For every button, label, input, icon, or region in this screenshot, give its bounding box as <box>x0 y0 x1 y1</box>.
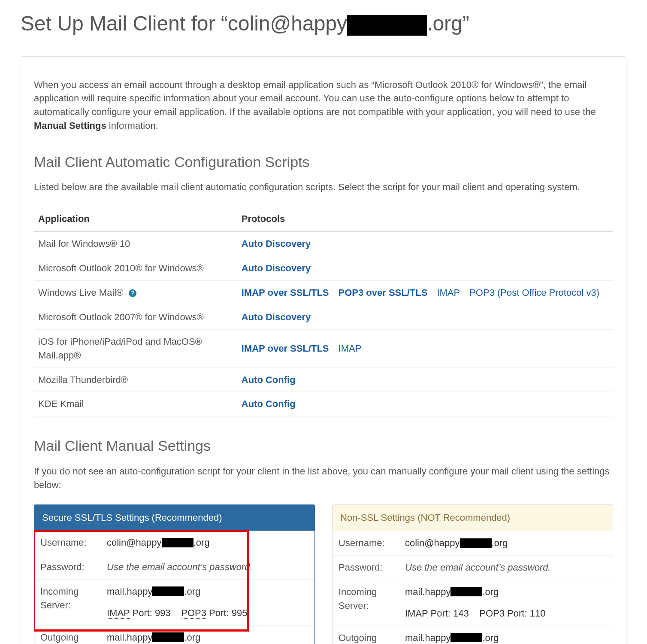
app-cell: iOS for iPhone/iPad/iPod and MacOS® Mail… <box>34 329 237 368</box>
secure-outgoing-value: mail.happy.org SMTP Port: 465 <box>107 631 308 644</box>
port-label: Port: <box>431 608 450 619</box>
content-panel: When you access an email account through… <box>21 56 626 644</box>
nonssl-username-suffix: .org <box>492 538 508 548</box>
secure-password-row: Password: Use the email account’s passwo… <box>34 555 314 580</box>
app-cell: Mozilla Thunderbird® <box>34 368 237 392</box>
label-incoming: Incoming Server: <box>40 585 107 620</box>
secure-header: Secure SSL/TLS Settings (Recommended) <box>34 505 314 531</box>
nonssl-incoming-row: Incoming Server: mail.happy.org IMAP Por… <box>333 580 613 626</box>
nonssl-out-server-suffix: .org <box>482 632 499 643</box>
nonssl-username-prefix: colin@happy <box>405 538 460 548</box>
pop3-label: POP3 <box>479 608 505 619</box>
table-row: Microsoft Outlook 2007® for Windows®Auto… <box>34 305 613 329</box>
protocol-link[interactable]: Auto Config <box>242 374 296 385</box>
redact-box <box>347 15 427 36</box>
manual-settings-sub: If you do not see an auto-configuration … <box>34 465 613 492</box>
protocol-link[interactable]: IMAP <box>339 343 362 354</box>
th-protocols: Protocols <box>237 207 613 231</box>
nonssl-header: Non-SSL Settings (NOT Recommended) <box>333 505 613 531</box>
intro-bold: Manual Settings <box>34 120 106 131</box>
label-outgoing: Outgoing Server: <box>339 631 405 644</box>
protocol-link[interactable]: Auto Discovery <box>242 312 311 322</box>
label-outgoing: Outgoing Server: <box>40 631 107 644</box>
protocols-cell: IMAP over SSL/TLSPOP3 over SSL/TLSIMAPPO… <box>237 281 613 305</box>
protocol-link[interactable]: POP3 over SSL/TLS <box>339 287 428 298</box>
password-note: Use the email account’s password. <box>405 562 551 573</box>
auto-config-heading: Mail Client Automatic Configuration Scri… <box>34 152 613 173</box>
nonssl-password-row: Password: Use the email account’s passwo… <box>333 556 613 580</box>
secure-incoming-value: mail.happy.org IMAP Port: 993 POP3 Port:… <box>107 585 308 620</box>
app-cell: KDE Kmail <box>34 392 237 416</box>
app-cell: Microsoft Outlook 2007® for Windows® <box>34 305 237 329</box>
protocol-link[interactable]: IMAP over SSL/TLS <box>242 287 329 298</box>
nonssl-imap-port: 143 <box>453 608 469 619</box>
scripts-table: Application Protocols Mail for Windows® … <box>34 207 613 416</box>
page-title-suffix: .org” <box>427 12 469 35</box>
secure-header-prefix: Secure <box>42 512 75 523</box>
nonssl-settings-panel: Non-SSL Settings (NOT Recommended) Usern… <box>332 504 613 644</box>
redact-box <box>162 538 193 547</box>
protocol-link[interactable]: Auto Discovery <box>242 263 311 273</box>
nonssl-username-row: Username: colin@happy.org <box>333 531 613 556</box>
nonssl-pop3-port: 110 <box>530 608 546 619</box>
protocol-link[interactable]: Auto Config <box>242 398 296 409</box>
settings-row: Secure SSL/TLS Settings (Recommended) Us… <box>34 504 613 644</box>
table-row: Mozilla Thunderbird®Auto Config <box>34 368 613 392</box>
label-incoming: Incoming Server: <box>339 585 405 620</box>
page-title: Set Up Mail Client for “colin@happy.org” <box>21 9 626 39</box>
redact-box <box>152 632 184 642</box>
help-icon[interactable] <box>129 289 136 297</box>
secure-out-server-prefix: mail.happy <box>107 632 152 643</box>
secure-header-slash: / <box>92 512 95 523</box>
port-label: Port: <box>507 608 527 619</box>
secure-username-suffix: .org <box>193 537 210 548</box>
nonssl-username-value: colin@happy.org <box>405 536 607 550</box>
secure-pop3-port: 995 <box>232 608 248 618</box>
protocol-link[interactable]: IMAP <box>437 287 460 298</box>
label-password: Password: <box>339 561 405 574</box>
table-row: Windows Live Mail® IMAP over SSL/TLSPOP3… <box>34 281 613 305</box>
redact-box <box>460 538 492 548</box>
secure-server-suffix: .org <box>184 586 200 597</box>
nonssl-incoming-value: mail.happy.org IMAP Port: 143 POP3 Port:… <box>405 585 607 620</box>
imap-label: IMAP <box>107 608 130 619</box>
redact-box <box>450 633 482 642</box>
table-row: Microsoft Outlook 2010® for Windows®Auto… <box>34 256 613 281</box>
intro-text-1: When you access an email account through… <box>34 79 596 118</box>
intro-text-2: information. <box>106 120 158 131</box>
secure-out-server-suffix: .org <box>184 632 200 643</box>
title-rule <box>21 44 626 44</box>
protocols-cell: Auto Discovery <box>237 231 613 256</box>
pop3-label: POP3 <box>181 608 206 619</box>
secure-username-prefix: colin@happy <box>107 537 162 548</box>
label-username: Username: <box>339 536 405 550</box>
redact-box <box>152 586 184 596</box>
table-row: iOS for iPhone/iPad/iPod and MacOS® Mail… <box>34 329 613 368</box>
secure-header-tls: TLS <box>95 512 112 523</box>
port-label: Port: <box>209 608 229 618</box>
label-username: Username: <box>40 536 107 550</box>
app-cell: Microsoft Outlook 2010® for Windows® <box>34 256 237 281</box>
nonssl-outgoing-value: mail.happy.org SMTP Port: 587 <box>405 631 607 644</box>
secure-username-row: Username: colin@happy.org <box>34 531 314 555</box>
secure-settings-panel: Secure SSL/TLS Settings (Recommended) Us… <box>34 504 315 644</box>
protocols-cell: Auto Discovery <box>237 305 613 329</box>
port-label: Port: <box>133 608 152 618</box>
auto-config-sub: Listed below are the available mail clie… <box>34 180 613 194</box>
label-password: Password: <box>40 560 107 574</box>
intro-paragraph: When you access an email account through… <box>34 78 613 133</box>
protocols-cell: Auto Config <box>237 392 613 416</box>
imap-label: IMAP <box>405 608 428 619</box>
secure-username-value: colin@happy.org <box>107 536 308 550</box>
redact-box <box>450 587 482 596</box>
app-cell: Windows Live Mail® <box>34 281 237 305</box>
secure-header-ssl: SSL <box>75 512 93 523</box>
protocol-link[interactable]: IMAP over SSL/TLS <box>242 343 329 354</box>
protocols-cell: Auto Discovery <box>237 256 613 281</box>
protocol-link[interactable]: Auto Discovery <box>242 238 311 249</box>
protocols-cell: Auto Config <box>237 368 613 392</box>
secure-imap-port: 993 <box>155 608 171 618</box>
manual-settings-heading: Mail Client Manual Settings <box>34 435 613 456</box>
table-row: Mail for Windows® 10Auto Discovery <box>34 231 613 256</box>
protocol-link[interactable]: POP3 (Post Office Protocol v3) <box>469 287 599 298</box>
